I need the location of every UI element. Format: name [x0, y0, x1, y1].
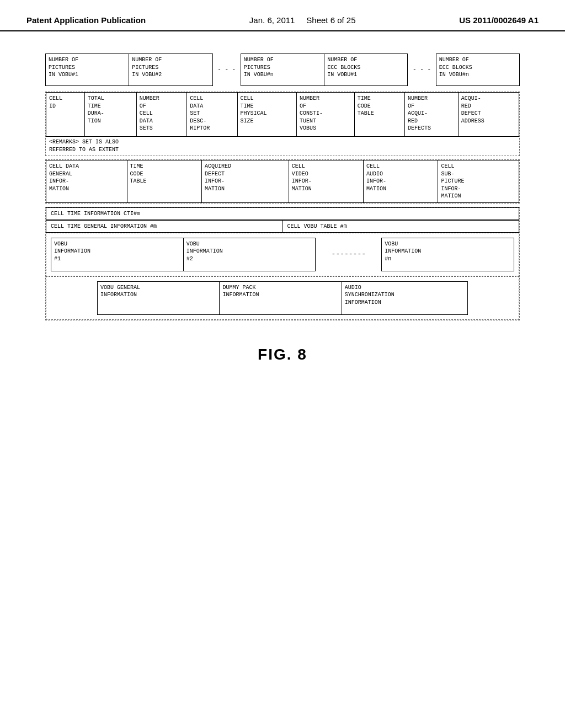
cell-sub-picture-info: CELLSUB-PICTUREINFOR-MATION — [438, 160, 519, 203]
cell-number-acquired-defects: NUMBEROFACQUI-REDDEFECTS — [405, 93, 459, 137]
main-content: NUMBER OFPICTURESIN VOBU#1 NUMBER OFPICT… — [0, 31, 565, 386]
cell-number-of-cell-data-sets: NUMBEROFCELLDATASETS — [136, 93, 186, 137]
vobu-info-n: VOBUINFORMATION#n — [382, 238, 514, 271]
cell-number-of-constituent-vobus: NUMBEROFCONSTI-TUENTVOBUS — [296, 93, 354, 137]
row2-table: CELLID TOTALTIMEDURA-TION NUMBEROFCELLDA… — [46, 92, 519, 137]
cell-audio-info: CELLAUDIOINFOR-MATION — [364, 160, 438, 203]
cell-time-code-table2: TIMECODETABLE — [127, 160, 201, 203]
page-header: Patent Application Publication Jan. 6, 2… — [0, 0, 565, 31]
cell-cell-id: CELLID — [46, 93, 85, 137]
row4-section: CELL TIME INFORMATION CTI#m CELL TIME GE… — [45, 207, 520, 320]
vobu-info-2: VOBUINFORMATION#2 — [183, 238, 316, 271]
remark-text: <REMARKS> SET IS ALSOREFERRED TO AS EXTE… — [46, 137, 519, 156]
cell-num-pictures-vobu2: NUMBER OFPICTURESIN VOBU#2 — [129, 54, 212, 86]
row6-container: VOBUINFORMATION#1 VOBUINFORMATION#2 ----… — [46, 233, 519, 276]
header-publication-label: Patent Application Publication — [26, 15, 146, 25]
header-patent-number: US 2011/0002649 A1 — [459, 15, 539, 25]
vobu-info-1: VOBUINFORMATION#1 — [51, 238, 184, 271]
row7-table: VOBU GENERALINFORMATION DUMMY PACKINFORM… — [97, 281, 468, 315]
cell-time-physical-size: CELLTIMEPHYSICALSIZE — [237, 93, 296, 137]
row3-section: CELL DATAGENERALINFOR-MATION TIMECODETAB… — [45, 159, 520, 204]
header-date-sheet: Jan. 6, 2011 Sheet 6 of 25 — [249, 15, 356, 25]
cell-data-set-descriptor: CELLDATASETDESC-RIPTOR — [187, 93, 237, 137]
connector1: - - - — [212, 54, 241, 86]
cell-video-info: CELLVIDEOINFOR-MATION — [289, 160, 363, 203]
cell-total-time: TOTALTIMEDURA-TION — [84, 93, 136, 137]
connector2: - - - — [408, 54, 436, 86]
row5-container: CELL TIME GENERAL INFORMATION #m CELL VO… — [46, 220, 519, 233]
audio-sync-info: AUDIOSYNCHRONIZATIONINFORMATION — [342, 281, 467, 314]
cell-acquired-defect-info: ACQUIREDDEFECTINFOR-MATION — [201, 160, 289, 203]
row1-section: NUMBER OFPICTURESIN VOBU#1 NUMBER OFPICT… — [45, 53, 520, 86]
cell-data-general-info: CELL DATAGENERALINFOR-MATION — [46, 160, 127, 203]
row1-table: NUMBER OFPICTURESIN VOBU#1 NUMBER OFPICT… — [45, 53, 520, 86]
dummy-pack-info: DUMMY PACKINFORMATION — [220, 281, 342, 314]
cell-num-ecc-vobun: NUMBER OFECC BLOCKSIN VOBU#n — [436, 54, 519, 86]
row3-table: CELL DATAGENERALINFOR-MATION TIMECODETAB… — [46, 160, 519, 203]
row7-container: VOBU GENERALINFORMATION DUMMY PACKINFORM… — [46, 276, 519, 320]
header-date: Jan. 6, 2011 — [249, 15, 295, 25]
cell-time-info-label: CELL TIME INFORMATION CTI#m — [46, 207, 519, 220]
vobu-connector: -------- — [316, 238, 382, 271]
cell-num-pictures-vobu1: NUMBER OFPICTURESIN VOBU#1 — [46, 54, 129, 86]
diagram: NUMBER OFPICTURESIN VOBU#1 NUMBER OFPICT… — [45, 53, 520, 324]
cell-time-code-table: TIMECODETABLE — [354, 93, 404, 137]
header-sheet: Sheet 6 of 25 — [306, 15, 355, 25]
vobu-general-info: VOBU GENERALINFORMATION — [98, 281, 220, 314]
cell-time-general-info: CELL TIME GENERAL INFORMATION #m — [46, 220, 283, 233]
row2-section: CELLID TOTALTIMEDURA-TION NUMBEROFCELLDA… — [45, 92, 520, 156]
cell-num-ecc-vobu1: NUMBER OFECC BLOCKSIN VOBU#1 — [324, 54, 408, 86]
cell-num-pictures-vobun: NUMBER OFPICTURESIN VOBU#n — [241, 54, 324, 86]
cell-acquired-defect-address: ACQUI-REDDEFECTADDRESS — [458, 93, 519, 137]
cell-vobu-table: CELL VOBU TABLE #m — [283, 220, 520, 233]
figure-label: FIG. 8 — [258, 346, 307, 363]
row6-table: VOBUINFORMATION#1 VOBUINFORMATION#2 ----… — [51, 238, 514, 271]
